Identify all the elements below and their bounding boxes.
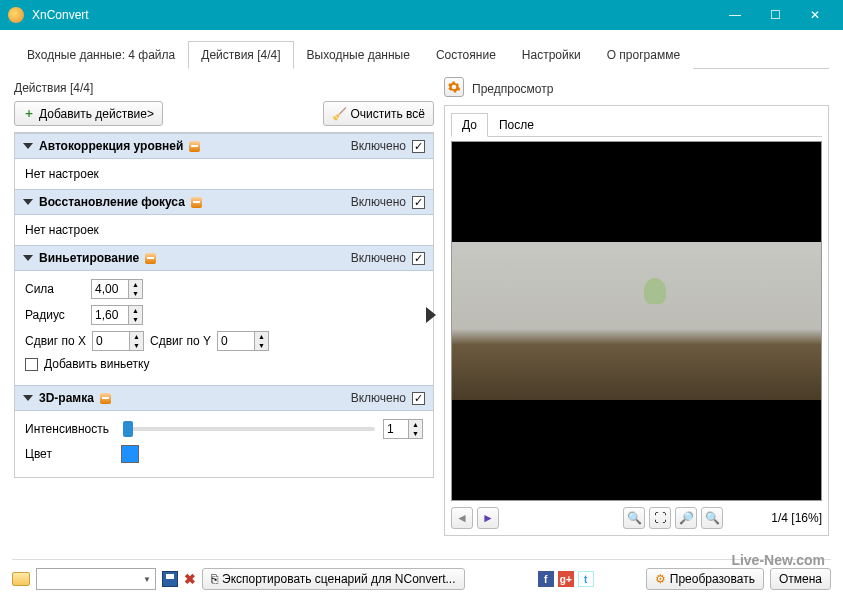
collapse-icon [23,255,33,261]
remove-action-icon[interactable] [145,253,156,264]
radius-spinner[interactable]: ▲▼ [91,305,143,325]
close-button[interactable]: ✕ [795,0,835,30]
export-icon: ⎘ [211,572,218,586]
action-body-3dframe: Интенсивность ▲▼ Цвет [15,411,433,477]
preview-counter: 1/4 [16%] [771,511,822,525]
strength-label: Сила [25,282,85,296]
enabled-checkbox[interactable] [412,392,425,405]
add-vignette-label: Добавить виньетку [44,357,149,371]
main-tabs: Входные данные: 4 файла Действия [4/4] В… [14,40,829,69]
add-action-button[interactable]: ＋ Добавить действие> [14,101,163,126]
collapse-icon [23,199,33,205]
add-vignette-checkbox[interactable] [25,358,38,371]
delete-button[interactable]: ✖ [184,571,196,587]
radius-label: Радиус [25,308,85,322]
actions-section-label: Действия [4/4] [14,81,434,95]
bottom-toolbar: ▼ ✖ ⎘ Экспортировать сценарий для NConve… [12,559,831,590]
facebook-icon[interactable]: f [538,571,554,587]
tab-actions[interactable]: Действия [4/4] [188,41,293,69]
preview-panel: До После ◄ ► 🔍 ⛶ 🔎 🔍 1/4 [16%] [444,105,829,536]
shifty-label: Сдвиг по Y [150,334,211,348]
preview-tab-after[interactable]: После [488,113,545,137]
action-body-autolevels: Нет настроек [15,159,433,189]
scenario-dropdown[interactable]: ▼ [36,568,156,590]
expand-panel-arrow[interactable] [426,307,436,323]
prev-image-button[interactable]: ◄ [451,507,473,529]
zoom-actual-button[interactable]: 🔎 [675,507,697,529]
action-header-vignette[interactable]: Виньетирование Включено [15,245,433,271]
zoom-in-button[interactable]: 🔍 [623,507,645,529]
broom-icon: 🧹 [332,107,347,121]
zoom-out-button[interactable]: 🔍 [701,507,723,529]
action-header-3dframe[interactable]: 3D-рамка Включено [15,385,433,411]
action-body-focusrestore: Нет настроек [15,215,433,245]
intensity-slider[interactable] [123,427,375,431]
titlebar: XnConvert — ☐ ✕ [0,0,843,30]
remove-action-icon[interactable] [100,393,111,404]
fit-button[interactable]: ⛶ [649,507,671,529]
app-icon [8,7,24,23]
preview-image [451,141,822,501]
preview-settings-button[interactable] [444,77,464,97]
export-nconvert-button[interactable]: ⎘ Экспортировать сценарий для NConvert..… [202,568,465,590]
shiftx-label: Сдвиг по X [25,334,86,348]
tab-input[interactable]: Входные данные: 4 файла [14,41,188,69]
action-header-autolevels[interactable]: Автокоррекция уровней Включено [15,133,433,159]
open-folder-button[interactable] [12,572,30,586]
enabled-checkbox[interactable] [412,252,425,265]
color-swatch[interactable] [121,445,139,463]
tab-settings[interactable]: Настройки [509,41,594,69]
enabled-checkbox[interactable] [412,196,425,209]
shifty-spinner[interactable]: ▲▼ [217,331,269,351]
action-body-vignette: Сила ▲▼ Радиус ▲▼ Сдвиг по X ▲▼ Сдвиг по… [15,271,433,385]
enabled-checkbox[interactable] [412,140,425,153]
tab-output[interactable]: Выходные данные [294,41,423,69]
cancel-button[interactable]: Отмена [770,568,831,590]
googleplus-icon[interactable]: g+ [558,571,574,587]
remove-action-icon[interactable] [191,197,202,208]
window-title: XnConvert [32,8,715,22]
color-label: Цвет [25,447,115,461]
plus-icon: ＋ [23,105,35,122]
convert-button[interactable]: ⚙ Преобразовать [646,568,764,590]
collapse-icon [23,395,33,401]
action-header-focusrestore[interactable]: Восстановление фокуса Включено [15,189,433,215]
remove-action-icon[interactable] [189,141,200,152]
collapse-icon [23,143,33,149]
intensity-label: Интенсивность [25,422,115,436]
maximize-button[interactable]: ☐ [755,0,795,30]
tab-status[interactable]: Состояние [423,41,509,69]
clear-all-button[interactable]: 🧹 Очистить всё [323,101,434,126]
tab-about[interactable]: О программе [594,41,693,69]
next-image-button[interactable]: ► [477,507,499,529]
shiftx-spinner[interactable]: ▲▼ [92,331,144,351]
strength-spinner[interactable]: ▲▼ [91,279,143,299]
intensity-spinner[interactable]: ▲▼ [383,419,423,439]
twitter-icon[interactable]: t [578,571,594,587]
minimize-button[interactable]: — [715,0,755,30]
actions-list: Автокоррекция уровней Включено Нет настр… [14,132,434,478]
preview-label: Предпросмотр [472,82,553,96]
preview-tab-before[interactable]: До [451,113,488,137]
gear-icon: ⚙ [655,572,666,586]
save-button[interactable] [162,571,178,587]
